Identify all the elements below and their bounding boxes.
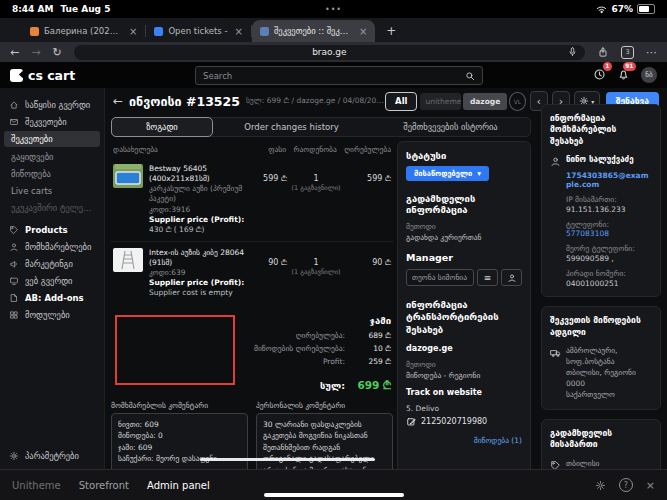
sidebar-item-ab-addons[interactable]: AB: Add-ons bbox=[0, 289, 104, 306]
table-row: Bestway 56405 (400x211x81სმ) კარკასული ა… bbox=[111, 158, 393, 241]
cscart-logo[interactable]: cs cart bbox=[10, 68, 75, 83]
carrier-name: 5. Delivo bbox=[406, 404, 522, 413]
product-code: კოდი:639 bbox=[149, 268, 245, 278]
sidebar-item-products[interactable]: Products bbox=[0, 221, 104, 238]
storefront-link[interactable]: Storefront bbox=[79, 480, 129, 491]
notifications-button[interactable]: 91 bbox=[617, 66, 630, 85]
sidebar-item-marketing[interactable]: მარკეტინგი bbox=[0, 255, 104, 272]
sidebar-item-settings[interactable]: პარამეტრები bbox=[0, 447, 104, 464]
tab2-close-icon[interactable]: × bbox=[235, 26, 243, 37]
device-status-bar: 8:44 AM Tue Aug 5 ••• 67% bbox=[0, 0, 667, 18]
product-qty-note: (1 გაგზავნილი) bbox=[287, 184, 345, 192]
search-placeholder: Search bbox=[203, 71, 465, 81]
tab-order-changes-history[interactable]: Order changes history bbox=[212, 118, 371, 136]
user-avatar[interactable]: ნბ bbox=[641, 67, 657, 83]
sidebar-item-customers[interactable]: მომხმარებლები bbox=[0, 238, 104, 255]
ip-label: IP მისამართი: bbox=[566, 195, 652, 204]
sidebar-item-website[interactable]: ვებ გვერდი bbox=[0, 272, 104, 289]
tab-general[interactable]: ზოგადი bbox=[111, 117, 213, 137]
phone2-value: 599090589 , bbox=[566, 254, 652, 263]
close-panel-button[interactable]: × bbox=[646, 479, 655, 492]
phone-link[interactable]: 577083108 bbox=[566, 229, 609, 238]
tab-count-button[interactable]: 3 bbox=[621, 46, 634, 59]
tab3-close-icon[interactable]: × bbox=[359, 26, 367, 37]
tab3-favicon bbox=[260, 27, 269, 36]
sidebar-subitem-orders-active[interactable]: შეკვეთები bbox=[4, 131, 100, 147]
gear-icon[interactable] bbox=[595, 480, 606, 491]
back-button[interactable]: ← bbox=[10, 47, 19, 58]
order-tabs: ზოგადი Order changes history შემთხვევები… bbox=[111, 117, 531, 137]
delivery-place-card: შეკვეთის მიწოდების ადგილი ამბროლაური, სო… bbox=[541, 306, 661, 409]
order-items-table: დასახელება ფასი რაოდენობა ღირებულება Bes… bbox=[111, 141, 393, 500]
microphone-icon[interactable] bbox=[567, 46, 578, 57]
share-icon[interactable] bbox=[597, 46, 609, 58]
tab-events-history[interactable]: შემთხვევების ისტორია bbox=[371, 118, 530, 136]
tracking-number[interactable]: 2125020719980 bbox=[421, 417, 487, 426]
customer-email-link[interactable]: 1754303865@example.com bbox=[566, 171, 652, 189]
tab1-close-icon[interactable]: × bbox=[129, 26, 137, 37]
history-button[interactable]: 1 bbox=[593, 66, 606, 85]
gear-icon bbox=[9, 451, 19, 461]
scroll-indicator[interactable] bbox=[200, 458, 375, 461]
browser-tab-strip: Балерина (2025) фильм × Open tickets - ×… bbox=[0, 18, 667, 42]
person-icon bbox=[9, 242, 19, 252]
sidebar-subitem-sales[interactable]: გაყიდვები bbox=[0, 148, 104, 165]
order-totals: ჯამი ღირებულება:689 ₾ მიწოდების ღირებულე… bbox=[235, 315, 393, 393]
sidebar-item-home[interactable]: საწყისი გვერდი bbox=[0, 96, 104, 113]
storefront-filter-unitheme[interactable]: unitheme bbox=[420, 93, 460, 110]
forward-button[interactable]: → bbox=[31, 47, 40, 58]
product-qty: 1 bbox=[287, 174, 345, 183]
storefront-filter-all[interactable]: All bbox=[385, 92, 417, 111]
manager-input[interactable]: თეონა სიმონია bbox=[406, 269, 474, 286]
browser-address-bar: ← → ↻ brao.ge 3 ⋯ bbox=[0, 42, 667, 62]
megaphone-icon bbox=[9, 259, 19, 269]
sidebar-subitem-live-carts[interactable]: Live carts bbox=[0, 182, 104, 199]
manager-assign-button[interactable] bbox=[501, 269, 522, 286]
home-indicator[interactable] bbox=[264, 493, 404, 497]
product-name[interactable]: Intex-ის აუზის კიბე 28064 (91სმ) bbox=[149, 248, 245, 268]
sidebar-item-addons[interactable]: მოდულები bbox=[0, 306, 104, 323]
help-button[interactable]: ? bbox=[619, 478, 633, 492]
unitheme-link[interactable]: Unitheme bbox=[12, 480, 61, 491]
sidebar-item-orders[interactable]: შეკვეთები bbox=[0, 113, 104, 130]
customer-comment-label: მომხმარებლის კომენტარი bbox=[111, 401, 248, 410]
storefront-filter-vl[interactable]: VL bbox=[509, 92, 525, 111]
browser-menu-button[interactable]: ⋯ bbox=[646, 47, 657, 58]
url-field[interactable]: brao.ge bbox=[74, 45, 585, 60]
table-row: Intex-ის აუზის კიბე 28064 (91სმ) კოდი:63… bbox=[111, 241, 393, 305]
delivery-place-title: შეკვეთის მიწოდების ადგილი bbox=[550, 315, 652, 338]
sidebar-item-label: AB: Add-ons bbox=[25, 293, 84, 303]
admin-search-input[interactable]: Search bbox=[195, 66, 483, 85]
browser-tab-1[interactable]: Балерина (2025) фильм × bbox=[22, 20, 145, 42]
new-tab-button[interactable]: + bbox=[383, 23, 399, 39]
order-status-dropdown[interactable]: მისაწოდებელი ▾ bbox=[406, 166, 489, 181]
order-meta: სულ: 699 ₾ / dazoge.ge / 04/08/2025 14:3… bbox=[246, 96, 385, 106]
customer-name[interactable]: ნინო სალუქვაძე bbox=[566, 155, 634, 164]
product-thumbnail[interactable] bbox=[113, 164, 143, 188]
order-back-button[interactable]: ← bbox=[113, 94, 123, 108]
sidebar-item-label: შეკვეთები bbox=[25, 117, 67, 127]
shipping-info-title: ინფორმაცია ტრანსპორტირების შესახებ bbox=[406, 299, 522, 336]
customer-info-title: ინფორმაცია მომხმარებლის შესახებ bbox=[550, 113, 652, 147]
table-header-row: დასახელება ფასი რაოდენობა ღირებულება bbox=[111, 141, 393, 158]
product-name[interactable]: Bestway 56405 (400x211x81სმ) bbox=[149, 164, 245, 184]
manager-list-button[interactable]: ≡ bbox=[477, 269, 498, 286]
product-thumbnail[interactable] bbox=[113, 248, 143, 272]
browser-tab-3-active[interactable]: შეკვეთები :: შეკვეთები × bbox=[252, 20, 375, 42]
admin-panel-link[interactable]: Admin panel bbox=[147, 480, 210, 491]
shipping-method-value: მიწოდება - რეგიონი bbox=[406, 371, 522, 380]
sidebar-item-label: პარამეტრები bbox=[25, 451, 79, 461]
sidebar-item-label: Products bbox=[25, 225, 68, 235]
sidebar-subitem-callback[interactable]: უკუკავშირი ტელეფო... bbox=[0, 199, 104, 216]
storefront-filter-dazoge[interactable]: dazoge bbox=[463, 93, 507, 110]
notifications-badge: 91 bbox=[623, 62, 636, 71]
totals-title: ჯამი bbox=[235, 315, 391, 326]
payer-address-title: გადამხდელის მისამართი bbox=[550, 428, 652, 451]
reload-button[interactable]: ↻ bbox=[52, 47, 61, 58]
browser-tab-2[interactable]: Open tickets - × bbox=[146, 20, 251, 42]
shipping-method-label: მეთოდი bbox=[406, 360, 522, 369]
sidebar-subitem-shipments[interactable]: მიწოდება bbox=[0, 165, 104, 182]
shipments-link[interactable]: მიწოდება (1) bbox=[406, 436, 522, 445]
edit-icon[interactable] bbox=[406, 416, 417, 427]
payment-method-label: მეთოდი bbox=[406, 222, 522, 231]
